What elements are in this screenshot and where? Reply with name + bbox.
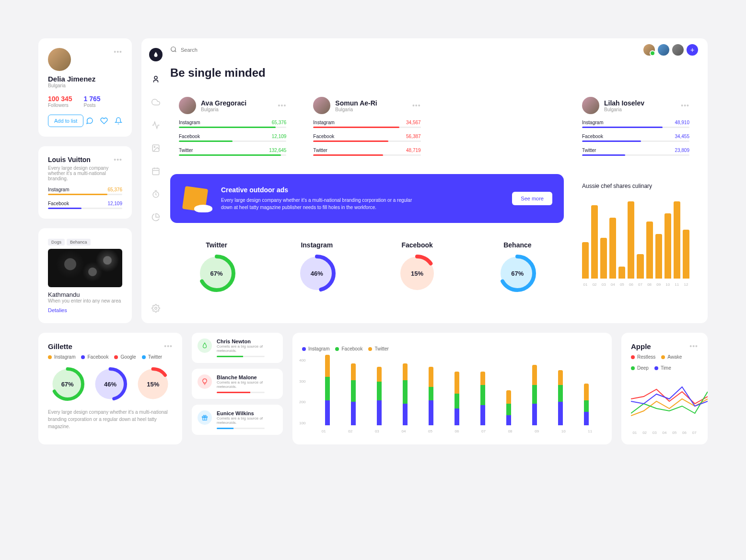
- chart-bar: [532, 365, 537, 425]
- search-input[interactable]: [181, 47, 247, 53]
- svg-point-2: [154, 146, 155, 147]
- apple-title: Apple: [631, 342, 651, 350]
- chart-bar: [628, 201, 634, 279]
- chart-bar: [584, 384, 589, 426]
- banner-body: Every large design company whether it's …: [221, 197, 413, 211]
- person-menu-icon[interactable]: •••: [412, 102, 421, 109]
- profile-menu-icon[interactable]: •••: [114, 48, 122, 56]
- social-donut-card: Twitter67%: [170, 233, 263, 301]
- followers-count: 100 345: [48, 95, 72, 103]
- gillette-card: Gillette ••• InstagramFacebookGoogleTwit…: [38, 333, 182, 444]
- gillette-title: Gillette: [48, 342, 72, 350]
- tag[interactable]: Behanca: [67, 239, 91, 245]
- chat-icon[interactable]: [86, 117, 93, 125]
- profile-location: Bulgaria: [48, 83, 122, 88]
- chart-bar: [480, 372, 485, 425]
- profile-name: Delia Jimenez: [48, 75, 122, 83]
- culinary-card: Aussie chef shares culinary 010203040506…: [573, 174, 698, 295]
- person-name: Somun Ae-Ri: [335, 99, 377, 107]
- apple-menu-icon[interactable]: •••: [689, 342, 698, 350]
- kathmandu-image: [48, 249, 122, 287]
- person-name: Lilah Ioselev: [604, 99, 644, 107]
- chart-bar: [506, 390, 511, 426]
- user-avatar-2[interactable]: [658, 44, 669, 56]
- add-user-button[interactable]: +: [687, 44, 698, 56]
- chart-bar: [609, 218, 616, 279]
- chart-bar: [582, 242, 589, 279]
- tag[interactable]: Dogs: [48, 239, 65, 245]
- timer-icon[interactable]: [151, 189, 161, 199]
- apple-line-chart: [631, 377, 708, 425]
- profile-avatar: [48, 48, 71, 71]
- culinary-chart: [582, 197, 689, 279]
- profile-card: ••• Delia Jimenez Bulgaria 100 345 Follo…: [38, 38, 132, 137]
- gillette-menu-icon[interactable]: •••: [164, 342, 173, 350]
- list-item[interactable]: Blanche MaloneComets are a big source of…: [192, 369, 283, 399]
- social-donut-card: Behance67%: [471, 233, 564, 301]
- lv-menu-icon[interactable]: •••: [114, 156, 122, 163]
- people-list: Chris NewtonComets are a big source of m…: [192, 333, 283, 444]
- stacked-chart: [312, 358, 602, 425]
- chart-bar: [351, 363, 356, 426]
- chart-bar: [429, 367, 433, 426]
- svg-point-8: [155, 307, 157, 310]
- bulb-icon: [198, 374, 212, 389]
- list-item[interactable]: Eunice WilkinsComets are a big source of…: [192, 405, 283, 435]
- chart-bar: [455, 372, 459, 425]
- list-item[interactable]: Chris NewtonComets are a big source of m…: [192, 333, 283, 363]
- person-menu-icon[interactable]: •••: [681, 102, 689, 109]
- logo-icon[interactable]: [149, 48, 163, 61]
- person-card: Lilah IoselevBulgaria•••Instagram48,910F…: [573, 88, 698, 164]
- details-link[interactable]: Detalies: [48, 307, 67, 313]
- settings-icon[interactable]: [151, 303, 161, 314]
- banner-illustration: [182, 186, 210, 211]
- chart-bar: [403, 363, 408, 426]
- svg-point-9: [171, 47, 175, 51]
- calendar-icon[interactable]: [151, 166, 161, 176]
- heart-icon[interactable]: [100, 117, 108, 125]
- svg-rect-3: [152, 168, 159, 175]
- chart-bar: [674, 201, 680, 279]
- cloud-icon[interactable]: [151, 97, 161, 107]
- fire-icon: [198, 338, 212, 353]
- culinary-title: Aussie chef shares culinary: [582, 183, 689, 189]
- chart-bar: [591, 205, 598, 279]
- apple-card: Apple ••• RestlessAwakeDeepTime 01020304…: [621, 333, 708, 444]
- lv-title: Louis Vuitton: [48, 156, 91, 163]
- pie-icon[interactable]: [151, 212, 161, 222]
- chart-bar: [325, 355, 330, 425]
- chart-bar: [637, 254, 643, 279]
- louis-vuitton-card: Louis Vuitton ••• Every large design com…: [38, 146, 132, 219]
- user-avatar-1[interactable]: [643, 44, 655, 56]
- person-avatar: [582, 97, 599, 114]
- chart-bar: [664, 213, 671, 279]
- person-avatar: [313, 97, 330, 114]
- kathmandu-title: Kathmandu: [48, 291, 122, 298]
- chart-bar: [558, 370, 563, 426]
- bell-icon[interactable]: [115, 117, 122, 125]
- add-to-list-button[interactable]: Add to list: [48, 115, 83, 127]
- kathmandu-card: DogsBehanca Kathmandu When you enter int…: [38, 228, 132, 323]
- chart-bar: [600, 238, 607, 279]
- chart-bar: [655, 234, 662, 279]
- banner-title: Creative outdoor ads: [221, 186, 413, 194]
- page-title: Be single minded: [170, 66, 698, 80]
- person-name: Ava Gregoraci: [201, 99, 246, 107]
- activity-icon[interactable]: [151, 120, 161, 130]
- image-icon[interactable]: [151, 143, 161, 153]
- chart-bar: [377, 367, 382, 426]
- user-avatar-3[interactable]: [672, 44, 684, 56]
- person-avatar: [179, 97, 196, 114]
- chart-bar: [618, 267, 625, 279]
- chart-bar: [683, 230, 689, 279]
- ad-banner: Creative outdoor ads Every large design …: [170, 174, 564, 223]
- social-donut-card: Instagram46%: [270, 233, 363, 301]
- chart-bar: [646, 222, 653, 279]
- search-icon[interactable]: [170, 46, 177, 54]
- person-card: Somun Ae-RiBulgaria•••Instagram34,567Fac…: [304, 88, 429, 164]
- see-more-button[interactable]: See more: [512, 192, 552, 205]
- user-icon[interactable]: [151, 74, 161, 84]
- svg-line-10: [175, 50, 176, 52]
- social-donut-card: Facebook15%: [371, 233, 464, 301]
- person-menu-icon[interactable]: •••: [278, 102, 287, 109]
